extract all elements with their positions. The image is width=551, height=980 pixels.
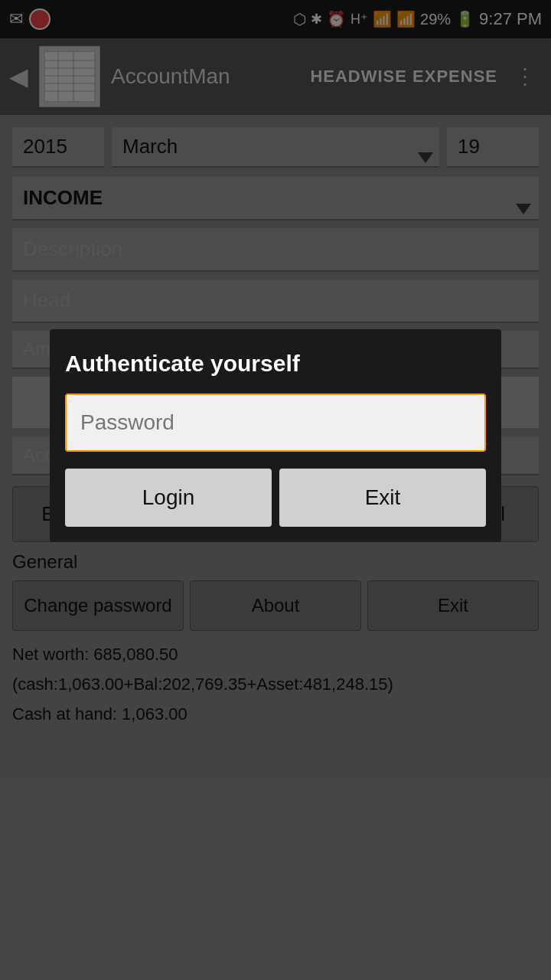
- dialog-buttons: Login Exit: [65, 469, 486, 527]
- dialog-exit-button[interactable]: Exit: [279, 469, 486, 527]
- password-input-wrap: [65, 394, 486, 452]
- password-input[interactable]: [68, 397, 483, 449]
- auth-dialog: Authenticate yourself Login Exit: [50, 329, 501, 542]
- dialog-title: Authenticate yourself: [65, 351, 486, 377]
- login-button[interactable]: Login: [65, 469, 272, 527]
